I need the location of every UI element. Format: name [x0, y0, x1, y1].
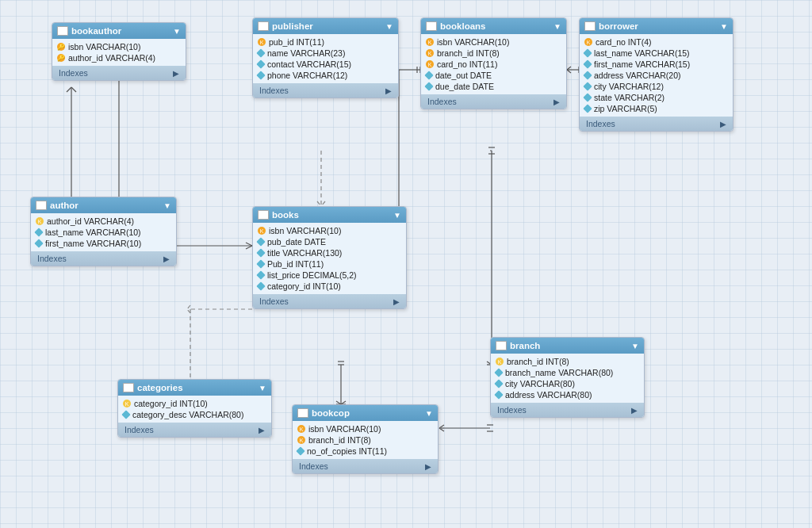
key-icon: 🔑: [57, 43, 65, 51]
table-indexes[interactable]: Indexes ▶: [31, 251, 176, 266]
table-indexes[interactable]: Indexes ▶: [491, 403, 644, 417]
field-row: K isbn VARCHAR(10): [253, 225, 406, 236]
field-row: last_name VARCHAR(10): [31, 227, 176, 238]
dropdown-arrow[interactable]: ▼: [259, 384, 266, 392]
dropdown-arrow[interactable]: ▼: [425, 409, 433, 418]
table-header-branch[interactable]: branch ▼: [491, 338, 644, 354]
field-row: due_date DATE: [421, 81, 566, 92]
field-text: card_no INT(4): [596, 37, 652, 47]
field-row: K card_no INT(4): [580, 36, 733, 48]
table-title: categories: [137, 383, 183, 392]
field-row: Pub_id INT(11): [253, 258, 406, 270]
table-indexes[interactable]: Indexes ▶: [293, 459, 438, 473]
field-row: K isbn VARCHAR(10): [293, 423, 438, 434]
table-fields: K card_no INT(4) last_name VARCHAR(15) f…: [580, 34, 733, 117]
diamond-icon: [583, 59, 592, 68]
table-title: branch: [510, 341, 540, 350]
field-text: Pub_id INT(11): [267, 259, 324, 269]
table-indexes[interactable]: Indexes ▶: [253, 294, 406, 308]
table-categories: categories ▼ K category_id INT(10) categ…: [117, 379, 272, 438]
field-text: contact VARCHAR(15): [267, 59, 351, 69]
field-text: city VARCHAR(80): [505, 379, 575, 388]
diamond-icon: [583, 48, 592, 57]
diamond-icon: [296, 446, 304, 455]
field-text: state VARCHAR(2): [594, 93, 665, 102]
table-fields: K pub_id INT(11) name VARCHAR(23) contac…: [253, 34, 398, 83]
dropdown-arrow[interactable]: ▼: [393, 211, 401, 220]
indexes-label: Indexes: [124, 425, 154, 434]
field-text: author_id VARCHAR(4): [68, 53, 155, 63]
key-icon: K: [297, 425, 305, 433]
diamond-icon: [256, 237, 265, 246]
table-title: bookcop: [312, 408, 350, 418]
field-text: no_of_copies INT(11): [307, 446, 387, 456]
field-text: branch_id INT(8): [437, 48, 500, 58]
diamond-icon: [494, 390, 503, 399]
indexes-label: Indexes: [586, 119, 615, 128]
field-row: name VARCHAR(23): [253, 48, 398, 59]
field-row: contact VARCHAR(15): [253, 59, 398, 70]
field-row: list_price DECIMAL(5,2): [253, 270, 406, 281]
field-row: city VARCHAR(12): [580, 81, 733, 92]
dropdown-arrow[interactable]: ▼: [163, 201, 171, 210]
table-title: bookauthor: [71, 26, 121, 36]
dropdown-arrow[interactable]: ▼: [631, 342, 639, 350]
table-icon: [496, 341, 507, 350]
table-header-author[interactable]: author ▼: [31, 197, 176, 213]
table-title: books: [272, 210, 299, 220]
field-text: city VARCHAR(12): [594, 82, 664, 91]
field-row: address VARCHAR(20): [580, 70, 733, 81]
table-header-categories[interactable]: categories ▼: [118, 380, 271, 396]
table-indexes[interactable]: Indexes ▶: [421, 94, 566, 109]
field-text: address VARCHAR(20): [594, 71, 681, 80]
table-header-bookauthor[interactable]: bookauthor ▼: [52, 23, 186, 39]
table-header-bookcop[interactable]: bookcop ▼: [293, 405, 438, 421]
table-indexes[interactable]: Indexes ▶: [580, 117, 733, 131]
field-text: branch_name VARCHAR(80): [505, 368, 613, 377]
field-row: branch_name VARCHAR(80): [491, 367, 644, 378]
indexes-arrow: ▶: [631, 406, 638, 415]
table-indexes[interactable]: Indexes ▶: [118, 423, 271, 437]
table-fields: K isbn VARCHAR(10) K branch_id INT(8) no…: [293, 421, 438, 459]
dropdown-arrow[interactable]: ▼: [553, 22, 561, 31]
dropdown-arrow[interactable]: ▼: [173, 27, 181, 36]
diamond-icon: [256, 48, 265, 57]
field-row: no_of_copies INT(11): [293, 446, 438, 457]
field-text: first_name VARCHAR(10): [45, 239, 141, 248]
table-icon: [258, 210, 269, 220]
diamond-icon: [256, 71, 265, 79]
field-text: first_name VARCHAR(15): [594, 59, 690, 69]
field-text: isbn VARCHAR(10): [308, 424, 381, 434]
indexes-label: Indexes: [37, 254, 67, 263]
field-text: address VARCHAR(80): [505, 390, 592, 400]
field-text: pub_id INT(11): [269, 37, 324, 47]
field-row: K branch_id INT(8): [491, 356, 644, 367]
field-text: list_price DECIMAL(5,2): [267, 270, 357, 280]
table-indexes[interactable]: Indexes ▶: [253, 83, 398, 98]
table-title: author: [50, 201, 79, 210]
field-row: pub_date DATE: [253, 236, 406, 247]
dropdown-arrow[interactable]: ▼: [720, 22, 728, 31]
svg-line-37: [187, 305, 190, 309]
field-text: date_out DATE: [435, 71, 492, 80]
dropdown-arrow[interactable]: ▼: [385, 22, 393, 31]
indexes-label: Indexes: [427, 97, 457, 106]
field-text: card_no INT(11): [437, 59, 497, 69]
diamond-icon: [34, 239, 43, 247]
table-icon: [297, 408, 308, 418]
key-yellow-icon: K: [496, 358, 504, 365]
table-bookcop: bookcop ▼ K isbn VARCHAR(10) K branch_id…: [292, 404, 439, 474]
key-icon: K: [258, 38, 266, 46]
table-header-publisher[interactable]: publisher ▼: [253, 18, 398, 34]
table-fields: K author_id VARCHAR(4) last_name VARCHAR…: [31, 213, 176, 251]
table-header-borrower[interactable]: borrower ▼: [580, 18, 733, 34]
svg-line-7: [67, 87, 71, 92]
field-row: date_out DATE: [421, 70, 566, 81]
table-header-books[interactable]: books ▼: [253, 207, 406, 223]
diamond-icon: [494, 368, 503, 377]
table-header-bookloans[interactable]: bookloans ▼: [421, 18, 566, 34]
field-row: address VARCHAR(80): [491, 389, 644, 400]
table-icon: [258, 21, 269, 31]
field-text: phone VARCHAR(12): [267, 71, 347, 80]
table-indexes[interactable]: Indexes ▶: [52, 66, 186, 80]
